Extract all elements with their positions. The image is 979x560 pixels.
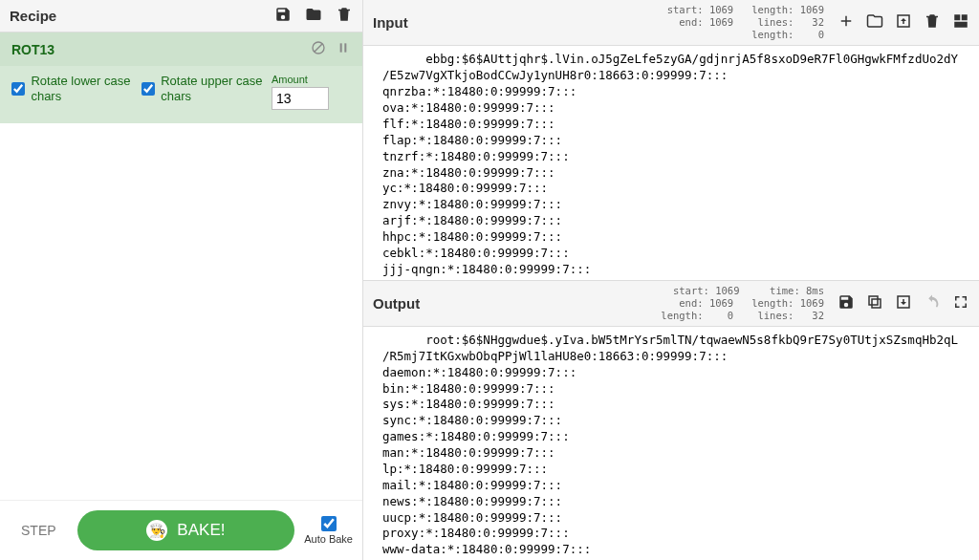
output-title: Output (373, 295, 420, 312)
open-file-icon[interactable] (895, 12, 912, 32)
reset-layout-icon[interactable] (952, 12, 969, 32)
rotate-lower-checkbox[interactable] (11, 80, 25, 97)
save-recipe-icon[interactable] (274, 6, 292, 26)
copy-output-icon[interactable] (866, 293, 883, 313)
clear-recipe-icon[interactable] (336, 6, 353, 26)
recipe-header: Recipe (0, 0, 362, 32)
svg-line-1 (315, 44, 322, 52)
input-header: Input start: 1069 length: 1069 end: 1069… (363, 0, 979, 46)
operation-name: ROT13 (11, 42, 54, 57)
open-folder-icon[interactable] (866, 12, 883, 32)
recipe-body[interactable]: ROT13 Rotate lower case chars Rotate upp… (0, 32, 362, 500)
output-text: root:$6$NHggwdue$.yIva.bW5tMrYsr5mlTN/tq… (363, 327, 979, 560)
rotate-upper-checkbox[interactable] (141, 80, 155, 97)
recipe-title: Recipe (10, 8, 56, 24)
input-text[interactable]: ebbg:$6$AUttjqhr$.lVin.oJ5gZeLfe5zyGA/gd… (363, 46, 979, 279)
amount-input[interactable] (272, 87, 329, 110)
add-input-icon[interactable] (838, 12, 855, 32)
move-output-icon[interactable] (895, 293, 912, 313)
disable-op-icon[interactable] (311, 40, 326, 58)
operation-rot13: ROT13 Rotate lower case chars Rotate upp… (0, 32, 362, 123)
pause-op-icon[interactable] (336, 40, 351, 58)
bake-label: BAKE! (177, 521, 225, 540)
auto-bake-label: Auto Bake (304, 533, 353, 545)
clear-input-icon[interactable] (924, 12, 941, 32)
input-title: Input (373, 14, 408, 31)
amount-label: Amount (272, 74, 329, 85)
svg-rect-3 (344, 43, 346, 52)
bake-button[interactable]: 👨‍🍳 BAKE! (77, 510, 295, 550)
load-recipe-icon[interactable] (305, 6, 322, 26)
save-output-icon[interactable] (838, 293, 855, 313)
step-button[interactable]: STEP (10, 515, 68, 546)
rotate-lower-label: Rotate lower case chars (31, 74, 138, 103)
output-stats: start: 1069 time: 8ms end: 1069 length: … (661, 285, 824, 322)
rotate-upper-label: Rotate upper case chars (161, 74, 268, 103)
svg-rect-5 (954, 14, 960, 20)
maximize-output-icon[interactable] (952, 293, 969, 313)
auto-bake-checkbox[interactable] (321, 516, 337, 531)
undo-icon[interactable] (924, 293, 941, 313)
chef-icon: 👨‍🍳 (146, 520, 167, 541)
svg-rect-8 (872, 299, 881, 308)
input-stats: start: 1069 length: 1069 end: 1069 lines… (667, 4, 824, 41)
svg-rect-7 (954, 22, 968, 28)
output-header: Output start: 1069 time: 8ms end: 1069 l… (363, 281, 979, 327)
svg-rect-6 (962, 14, 968, 20)
svg-rect-9 (869, 296, 878, 305)
svg-rect-2 (340, 43, 342, 52)
